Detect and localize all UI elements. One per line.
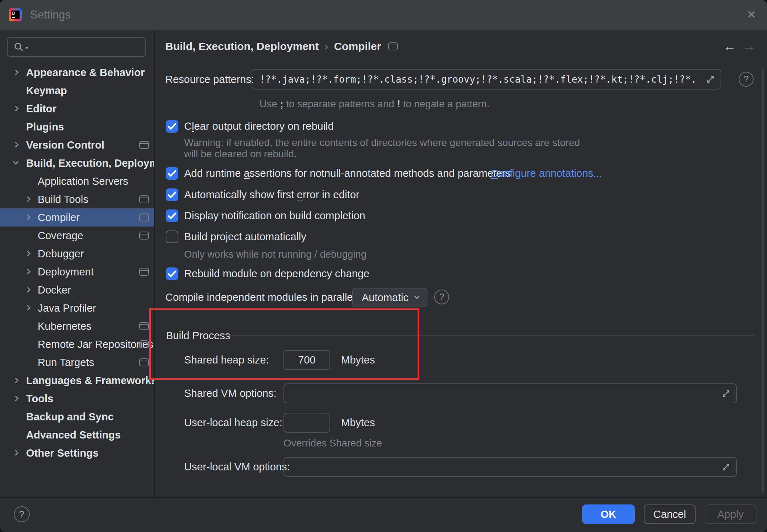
- search-box[interactable]: [7, 37, 146, 57]
- chevron-right-icon[interactable]: [25, 305, 31, 311]
- resource-patterns-field-wrap: [252, 69, 721, 90]
- sidebar-item-label: Build Tools: [38, 190, 88, 208]
- logo-dash: [12, 17, 15, 18]
- sidebar-item-compiler[interactable]: Compiler: [0, 208, 154, 226]
- build-automatically-label[interactable]: Build project automatically: [184, 230, 306, 243]
- sidebar-item-tools[interactable]: Tools: [0, 390, 154, 408]
- sidebar-item-label: Docker: [38, 281, 71, 299]
- footer-bar: ? OK Cancel Apply: [0, 497, 767, 532]
- sidebar-item-editor[interactable]: Editor: [0, 100, 154, 118]
- sidebar-item-appearance-behavior[interactable]: Appearance & Behavior: [0, 63, 154, 82]
- clear-output-warning-line1: Warning: if enabled, the entire contents…: [184, 137, 580, 148]
- back-arrow-icon[interactable]: ←: [723, 39, 736, 54]
- resource-patterns-input[interactable]: [252, 69, 721, 90]
- sidebar-item-run-targets[interactable]: Run Targets: [0, 353, 154, 371]
- sidebar: Appearance & BehaviorKeymapEditorPlugins…: [0, 30, 155, 497]
- user-heap-hint: Overrides Shared size: [283, 437, 382, 449]
- clear-output-checkbox[interactable]: [166, 120, 178, 133]
- vertical-scrollbar[interactable]: [762, 69, 764, 493]
- settings-panel-icon: [139, 358, 149, 366]
- parallel-compile-select[interactable]: Automatic: [352, 288, 427, 307]
- sidebar-item-languages-frameworks[interactable]: Languages & Frameworks: [0, 371, 154, 390]
- build-automatically-checkbox[interactable]: [166, 230, 178, 243]
- configure-annotations-link[interactable]: Configure annotations...: [490, 167, 602, 180]
- sidebar-item-java-profiler[interactable]: Java Profiler: [0, 299, 154, 317]
- sidebar-item-version-control[interactable]: Version Control: [0, 136, 154, 154]
- sidebar-item-label: Tools: [26, 390, 53, 408]
- chevron-right-icon[interactable]: [25, 196, 31, 202]
- search-options-caret-icon[interactable]: [25, 47, 29, 49]
- clear-output-label[interactable]: Clear output directory on rebuild: [184, 120, 334, 133]
- chevron-right-icon[interactable]: [25, 287, 31, 293]
- chevron-right-icon[interactable]: [25, 215, 31, 220]
- close-icon[interactable]: ✕: [742, 6, 760, 24]
- parallel-compile-value: Automatic: [362, 292, 409, 304]
- expand-field-icon[interactable]: [721, 388, 731, 399]
- option-row: Add runtime assertions for notnull-annot…: [156, 167, 767, 180]
- help-icon[interactable]: ?: [14, 506, 30, 522]
- user-vm-options-label: User-local VM options:: [184, 461, 290, 473]
- show-first-error-checkbox[interactable]: [166, 188, 178, 201]
- show-first-error-label[interactable]: Automatically show first error in editor: [184, 188, 360, 201]
- sidebar-item-plugins[interactable]: Plugins: [0, 118, 154, 136]
- chevron-right-icon[interactable]: [25, 269, 31, 275]
- rebuild-module-checkbox[interactable]: [166, 267, 178, 280]
- sidebar-item-advanced-settings[interactable]: Advanced Settings: [0, 426, 154, 444]
- chevron-right-icon[interactable]: [13, 70, 19, 75]
- chevron-right-icon[interactable]: [25, 251, 31, 257]
- highlight-rectangle: [149, 308, 419, 380]
- cancel-button[interactable]: Cancel: [644, 504, 696, 524]
- window-title: Settings: [30, 0, 71, 30]
- sidebar-item-kubernetes[interactable]: Kubernetes: [0, 317, 154, 335]
- breadcrumb-separator-icon: ›: [324, 40, 328, 53]
- runtime-assertions-label[interactable]: Add runtime assertions for notnull-annot…: [184, 167, 511, 180]
- logo-monogram: IJ: [12, 11, 14, 16]
- chevron-right-icon[interactable]: [13, 142, 19, 148]
- sidebar-item-deployment[interactable]: Deployment: [0, 263, 154, 281]
- settings-panel-icon: [139, 232, 149, 240]
- forward-arrow-icon: →: [743, 39, 756, 54]
- user-heap-label: User-local heap size:: [184, 416, 282, 429]
- chevron-down-icon[interactable]: [13, 159, 19, 165]
- sidebar-item-docker[interactable]: Docker: [0, 281, 154, 299]
- settings-panel-icon: [388, 42, 398, 50]
- chevron-right-icon[interactable]: [13, 396, 19, 402]
- runtime-assertions-checkbox[interactable]: [166, 167, 178, 180]
- sidebar-item-build-execution-deployme[interactable]: Build, Execution, Deployme: [0, 154, 154, 172]
- settings-panel-icon: [139, 322, 149, 330]
- rebuild-module-label[interactable]: Rebuild module on dependency change: [184, 267, 369, 280]
- chevron-right-icon[interactable]: [13, 106, 19, 112]
- breadcrumb-parent[interactable]: Build, Execution, Deployment: [165, 40, 319, 53]
- shared-vm-options-input[interactable]: [283, 383, 737, 403]
- sidebar-item-label: Keymap: [26, 82, 67, 100]
- apply-button[interactable]: Apply: [705, 504, 756, 524]
- user-vm-options-input[interactable]: [283, 457, 737, 477]
- user-heap-input[interactable]: [283, 413, 330, 433]
- sidebar-item-label: Other Settings: [26, 444, 99, 462]
- clear-output-warning-line2: will be cleared on rebuild.: [184, 148, 297, 159]
- sidebar-item-build-tools[interactable]: Build Tools: [0, 190, 154, 208]
- chevron-right-icon[interactable]: [13, 378, 19, 383]
- sidebar-item-debugger[interactable]: Debugger: [0, 245, 154, 263]
- build-automatically-hint: Only works while not running / debugging: [184, 249, 366, 260]
- chevron-right-icon[interactable]: [13, 450, 19, 456]
- sidebar-item-label: Editor: [26, 100, 57, 118]
- expand-field-icon[interactable]: [721, 462, 731, 472]
- settings-panel-icon: [139, 268, 149, 276]
- display-notification-label[interactable]: Display notification on build completion: [184, 209, 365, 222]
- sidebar-item-remote-jar-repositories[interactable]: Remote Jar Repositories: [0, 335, 154, 353]
- ok-button[interactable]: OK: [582, 504, 635, 524]
- sidebar-item-application-servers[interactable]: Application Servers: [0, 172, 154, 190]
- sidebar-item-label: Backup and Sync: [26, 408, 114, 426]
- sidebar-item-backup-and-sync[interactable]: Backup and Sync: [0, 408, 154, 426]
- sidebar-item-keymap[interactable]: Keymap: [0, 82, 154, 100]
- sidebar-item-other-settings[interactable]: Other Settings: [0, 444, 154, 462]
- help-icon[interactable]: ?: [739, 72, 754, 87]
- sidebar-item-coverage[interactable]: Coverage: [0, 226, 154, 245]
- sidebar-item-label: Compiler: [38, 208, 80, 226]
- expand-field-icon[interactable]: [705, 74, 716, 84]
- help-icon[interactable]: ?: [434, 290, 449, 304]
- display-notification-checkbox[interactable]: [166, 209, 178, 222]
- sidebar-item-label: Advanced Settings: [26, 426, 121, 444]
- search-input[interactable]: [32, 41, 145, 53]
